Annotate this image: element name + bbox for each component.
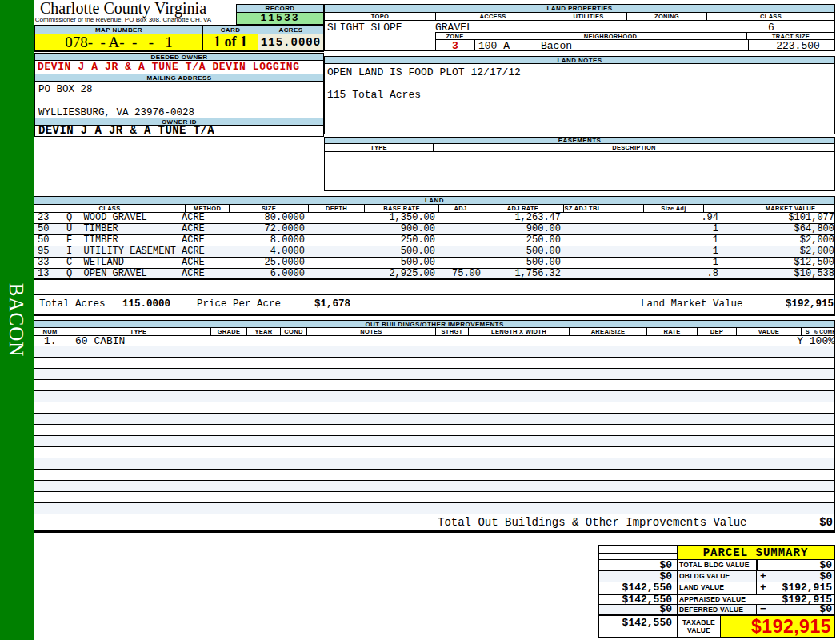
topo-column-header: TOPO bbox=[325, 13, 436, 20]
land-cell-size: 6.0000 bbox=[226, 269, 308, 279]
land-market-value: $192,915 bbox=[738, 295, 837, 314]
out-building-empty-row bbox=[34, 447, 835, 458]
out-buildings-total-value: $0 bbox=[754, 514, 836, 530]
title-block: Charlotte County Virginia Commissioner o… bbox=[34, 0, 212, 25]
ob-col-notes: NOTES bbox=[307, 328, 436, 335]
land-row: 95 I UTILITY EASEMENT ACRE 4.0000 500.00… bbox=[34, 246, 835, 258]
land-cell-size-adj: 1 bbox=[642, 258, 722, 268]
land-notes-header: LAND NOTES bbox=[324, 56, 835, 64]
land-col-blank2 bbox=[704, 205, 746, 212]
land-cell-base-rate: 900.00 bbox=[354, 224, 438, 234]
easement-description-column-header: DESCRIPTION bbox=[434, 144, 834, 151]
land-cell-adj-rate: 900.00 bbox=[482, 224, 564, 234]
neighborhood-column-header: NEIGHBORHOOD bbox=[474, 33, 747, 39]
out_buildings-cell-s-comp: Y 100% bbox=[754, 336, 838, 346]
land-row: 50 F TIMBER ACRE 8.0000 250.00 250.00 1 … bbox=[34, 235, 835, 246]
land-cell-market-value: $2,000 bbox=[746, 246, 838, 257]
ob-col-area-size: AREA/SIZE bbox=[570, 328, 647, 335]
parcel_summary-cell-label: TOTAL BLDG VALUE bbox=[679, 560, 756, 570]
out_buildings-cell-type: 60 CABIN bbox=[75, 336, 125, 346]
land-cell-class: 13 Q OPEN GRAVEL bbox=[38, 269, 147, 279]
access-column-header: ACCESS bbox=[436, 13, 550, 20]
land-market-value-label: Land Market Value bbox=[641, 295, 743, 314]
land-col-base-rate: BASE RATE bbox=[365, 205, 439, 212]
out-building-empty-row bbox=[34, 369, 835, 380]
column-divider bbox=[756, 571, 757, 582]
ob-col-grade: GRADE bbox=[211, 328, 247, 335]
zoning-column-header: ZONING bbox=[627, 13, 707, 20]
land-row: 33 C WETLAND ACRE 25.0000 500.00 500.00 … bbox=[34, 258, 835, 269]
land-cell-method: ACRE bbox=[182, 269, 205, 279]
land-cell-base-rate: 500.00 bbox=[354, 246, 438, 257]
land-cell-class: 33 C WETLAND bbox=[38, 258, 124, 268]
land-cell-method: ACRE bbox=[182, 258, 205, 268]
parcel_summary-cell-prior: $0 bbox=[599, 571, 678, 582]
out-building-empty-row bbox=[34, 358, 835, 369]
record-value: 11533 bbox=[236, 13, 324, 25]
ob-col-length-width: LENGTH X WIDTH bbox=[469, 328, 570, 335]
land-notes-line2: 115 Total Acres bbox=[325, 78, 834, 100]
land-cell-market-value: $101,077 bbox=[746, 213, 838, 223]
ob-col-rate: RATE bbox=[647, 328, 698, 335]
owner-id-value: DEVIN J A JR & A TUNE T/A bbox=[34, 126, 324, 137]
land-notes-line1: OPEN LAND IS FOOD PLOT 12/17/12 bbox=[325, 64, 834, 78]
land-cell-class: 50 U TIMBER bbox=[38, 224, 118, 234]
parcel_summary-cell-label: APPRAISED VALUE bbox=[679, 595, 756, 604]
parcel-summary-taxable-row: $142,550 TAXABLE VALUE $192,915 bbox=[599, 616, 834, 637]
deeded-owner-value: DEVIN J A JR & A TUNE T/A DEVIN LOGGING bbox=[34, 61, 324, 74]
land-cell-size: 80.0000 bbox=[226, 213, 308, 223]
land-col-size-adj: Size Adj bbox=[644, 205, 704, 212]
land-cell-size: 72.0000 bbox=[226, 224, 308, 234]
land-cell-size: 25.0000 bbox=[226, 258, 308, 268]
out-building-empty-row bbox=[34, 470, 835, 481]
out-building-empty-row bbox=[34, 492, 835, 503]
land-cell-size: 8.0000 bbox=[226, 235, 308, 246]
land-cell-market-value: $10,538 bbox=[746, 269, 838, 279]
parcel_summary-cell-prior: $0 bbox=[599, 560, 678, 570]
easements-header: EASEMENTS bbox=[324, 137, 835, 144]
page-title: Charlotte County Virginia bbox=[34, 0, 212, 17]
out-building-empty-row bbox=[34, 391, 835, 402]
tract-size-column-header: TRACT SIZE bbox=[747, 33, 834, 39]
land-col-size: SIZE bbox=[230, 205, 309, 212]
out-buildings-total-label: Total Out Buildings & Other Improvements… bbox=[438, 514, 746, 530]
land-cell-size-adj: 1 bbox=[642, 246, 722, 257]
land-notes-body: OPEN LAND IS FOOD PLOT 12/17/12 115 Tota… bbox=[324, 64, 835, 134]
parcel-summary-row: $0 TOTAL BLDG VALUE $0 bbox=[599, 560, 834, 571]
out-building-empty-row bbox=[34, 346, 835, 358]
land-cell-adj-rate: 250.00 bbox=[482, 235, 564, 246]
ob-col-value: VALUE bbox=[737, 328, 802, 335]
land-cell-market-value: $2,000 bbox=[746, 235, 838, 246]
land-col-market-value: MARKET VALUE bbox=[746, 205, 834, 212]
land-col-adj-rate: ADJ RATE bbox=[482, 205, 564, 212]
land-properties-header: LAND PROPERTIES bbox=[324, 4, 835, 13]
ob-col-year: YEAR bbox=[247, 328, 281, 335]
land-cell-size-adj: 1 bbox=[642, 224, 722, 234]
out-building-empty-row bbox=[34, 414, 835, 425]
land-cell-market-value: $64,800 bbox=[746, 224, 838, 234]
land-cell-base-rate: 1,350.00 bbox=[354, 213, 438, 223]
parcel-summary-title: PARCEL SUMMARY bbox=[678, 546, 834, 560]
ob-col-sthgt: STHGT bbox=[436, 328, 469, 335]
mailing-address-line2: WYLLIESBURG, VA 23976-0028 bbox=[35, 95, 323, 118]
ob-col-type: TYPE bbox=[66, 328, 211, 335]
out-building-empty-row bbox=[34, 503, 835, 514]
land-cell-size-adj: .94 bbox=[642, 213, 722, 223]
ob-col-s: S bbox=[802, 328, 814, 335]
land-cell-adj-rate: 500.00 bbox=[482, 258, 564, 268]
land-cell-adj-rate: 500.00 bbox=[482, 246, 564, 257]
deeded-owner-header: DEEDED OWNER bbox=[34, 53, 324, 61]
taxable-value: $192,915 bbox=[721, 616, 834, 637]
tract-size-value: 223.500 bbox=[748, 40, 834, 51]
parcel_summary-cell-label: DEFERRED VALUE bbox=[679, 605, 756, 614]
neighborhood-value: 100 A Bacon bbox=[478, 40, 572, 52]
parcel_summary-cell-value: $0 bbox=[758, 571, 835, 582]
out-buildings-header: OUT BUILDINGS/OTHER IMPROVEMENTS bbox=[34, 320, 835, 328]
land-cell-class: 95 I UTILITY EASEMENT bbox=[38, 246, 176, 257]
land-cell-method: ACRE bbox=[182, 235, 205, 246]
out-buildings-total-row: Total Out Buildings & Other Improvements… bbox=[34, 514, 835, 533]
land-col-method: METHOD bbox=[186, 205, 230, 212]
land-col-blank1 bbox=[602, 205, 644, 212]
price-per-acre-label: Price Per Acre bbox=[197, 295, 281, 314]
class-column-header: CLASS bbox=[707, 13, 834, 20]
